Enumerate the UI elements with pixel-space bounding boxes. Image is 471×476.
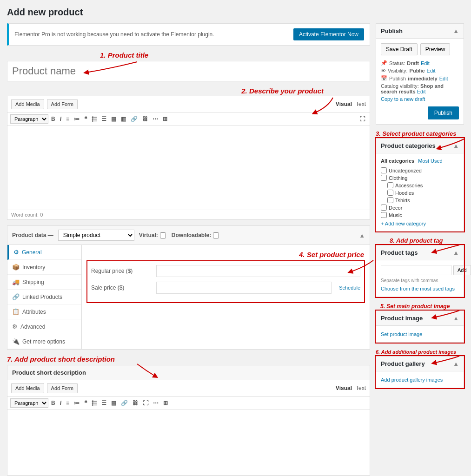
short-editor-toolbar: Add Media Add Form Visual Text [7,380,370,397]
ordered-list-button[interactable]: ≔ [72,115,81,123]
schedule-link[interactable]: Schedule [339,285,360,291]
visibility-edit-link[interactable]: Edit [427,68,436,73]
set-product-image-link[interactable]: Set product image [381,331,422,337]
short-editor-content[interactable] [7,410,370,475]
short-text-tab[interactable]: Text [356,385,366,391]
italic-button[interactable]: I [58,115,63,123]
short-paragraph-select[interactable]: Paragraph [10,398,48,408]
short-italic-button[interactable]: I [58,399,63,407]
link-button[interactable]: 🔗 [129,115,139,123]
align-right-button[interactable]: ▤ [109,115,118,123]
product-data-label: Product data — [12,232,53,238]
virtual-label[interactable]: Virtual: [139,232,166,238]
most-used-tab[interactable]: Most Used [418,158,443,164]
product-type-select[interactable]: Simple productGrouped productExternal/Af… [58,230,134,241]
add-media-button[interactable]: Add Media [11,99,44,109]
tab-linked-products[interactable]: 🔗 Linked Products [7,290,81,304]
short-add-media-button[interactable]: Add Media [11,383,44,393]
cat-tshirts-checkbox[interactable] [387,197,393,203]
short-align-left-button[interactable]: ⬱ [90,399,99,407]
editor-content[interactable] [7,126,370,210]
unordered-list-button[interactable]: ≡ [64,115,71,123]
general-icon: ⚙ [13,249,19,256]
align-center-button[interactable]: ☰ [100,115,108,123]
publish-collapse-button[interactable]: ▲ [453,27,459,34]
copy-to-draft-link[interactable]: Copy to a new draft [381,96,459,102]
short-unlink-button[interactable]: ⛓ [131,399,140,407]
bold-button[interactable]: B [49,115,57,123]
activate-elementor-button[interactable]: Activate Elementor Now [293,28,364,40]
short-more-button[interactable]: ⋯ [151,399,160,407]
add-form-button[interactable]: Add Form [47,99,78,109]
publish-edit-link[interactable]: Edit [439,76,448,81]
add-gallery-images-link[interactable]: Add product gallery images [381,377,443,383]
cat-music-checkbox[interactable] [381,212,387,218]
blockquote-button[interactable]: ❝ [82,115,89,123]
cat-accessories-checkbox[interactable] [387,182,393,188]
unlink-button[interactable]: ⛓ [140,115,150,123]
cat-uncategorized-checkbox[interactable] [381,167,387,173]
shipping-icon: 🚚 [12,278,20,285]
add-new-category-link[interactable]: + Add new category [381,221,459,226]
sale-price-input[interactable] [156,282,332,294]
catalog-label: Catalog visibility: [381,83,419,89]
add-tag-button[interactable]: Add [453,265,471,275]
short-bold-button[interactable]: B [49,399,57,407]
align-justify-button[interactable]: ▥ [119,115,128,123]
align-left-button[interactable]: ⬱ [90,115,99,123]
step2-label: 2. Describe your product [241,87,324,95]
table-button[interactable]: ⊞ [161,115,169,123]
product-data-collapse[interactable]: ▲ [359,232,365,239]
notice-banner: Elementor Pro is not working because you… [7,23,370,46]
pin-icon: 📌 [381,60,387,66]
tab-shipping[interactable]: 🚚 Shipping [7,275,81,290]
more-button[interactable]: ⋯ [151,115,160,123]
short-ul-button[interactable]: ≡ [64,399,71,407]
downloadable-label[interactable]: Downloadable: [172,232,219,238]
cat-clothing-label: Clothing [389,175,407,181]
step7-label: 7. Add product short description [7,355,115,363]
product-name-input[interactable] [7,61,370,81]
status-edit-link[interactable]: Edit [421,60,430,66]
short-align-right-button[interactable]: ▤ [109,399,118,407]
tab-attributes[interactable]: 📋 Attributes [7,304,81,319]
downloadable-checkbox[interactable] [213,232,219,238]
short-align-center-button[interactable]: ☰ [100,399,108,407]
virtual-checkbox[interactable] [160,232,166,238]
short-table-button[interactable]: ⊞ [161,399,170,407]
tab-inventory[interactable]: 📦 Inventory [7,260,81,275]
fullscreen-button[interactable]: ⛶ [358,115,367,123]
tags-title: Product tags [381,249,418,256]
regular-price-input[interactable] [156,265,360,277]
short-quote-button[interactable]: ❝ [82,399,89,407]
short-add-form-button[interactable]: Add Form [47,383,78,393]
cat-accessories-label: Accessories [395,183,423,188]
tab-get-more[interactable]: 🔌 Get more options [7,334,81,349]
get-more-icon: 🔌 [12,338,20,345]
sale-price-row: Sale price ($) Schedule [91,282,360,294]
attributes-label: Attributes [22,309,46,315]
short-link-button[interactable]: 🔗 [119,399,130,407]
cat-hoodies-checkbox[interactable] [387,190,393,196]
tab-advanced[interactable]: ⚙ Advanced [7,319,81,334]
short-format-bar: Paragraph B I ≡ ≔ ❝ ⬱ ☰ ▤ 🔗 ⛓ ⛶ ⋯ ⊞ [7,397,370,410]
save-draft-button[interactable]: Save Draft [381,43,418,55]
publish-button[interactable]: Publish [428,106,459,119]
cat-clothing-checkbox[interactable] [381,175,387,181]
cat-decor-checkbox[interactable] [381,205,387,211]
text-tab[interactable]: Text [356,101,366,107]
cat-music: Music [381,212,459,218]
sale-price-label: Sale price ($) [91,284,152,291]
all-categories-tab[interactable]: All categories [381,158,414,164]
short-visual-tab[interactable]: Visual [336,385,352,391]
paragraph-select[interactable]: Paragraph [10,114,48,124]
preview-button[interactable]: Preview [420,43,451,55]
tab-general[interactable]: ⚙ General [7,245,81,260]
step2-arrow [305,95,352,114]
short-fullscreen-button[interactable]: ⛶ [141,399,150,407]
tag-input[interactable] [381,265,451,275]
short-ol-button[interactable]: ≔ [72,399,81,407]
choose-tags-link[interactable]: Choose from the most used tags [381,286,455,291]
tag-hint: Separate tags with commas [381,278,459,283]
catalog-edit-link[interactable]: Edit [417,89,426,94]
